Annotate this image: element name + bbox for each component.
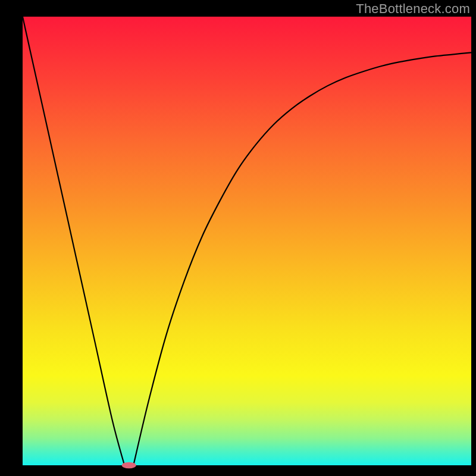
plot-gradient-background xyxy=(23,17,471,465)
source-watermark: TheBottleneck.com xyxy=(356,1,470,17)
chart-frame: TheBottleneck.com xyxy=(0,0,476,476)
chart-canvas xyxy=(0,0,476,476)
optimum-marker-ellipse xyxy=(122,462,136,469)
optimum-marker xyxy=(122,462,136,469)
